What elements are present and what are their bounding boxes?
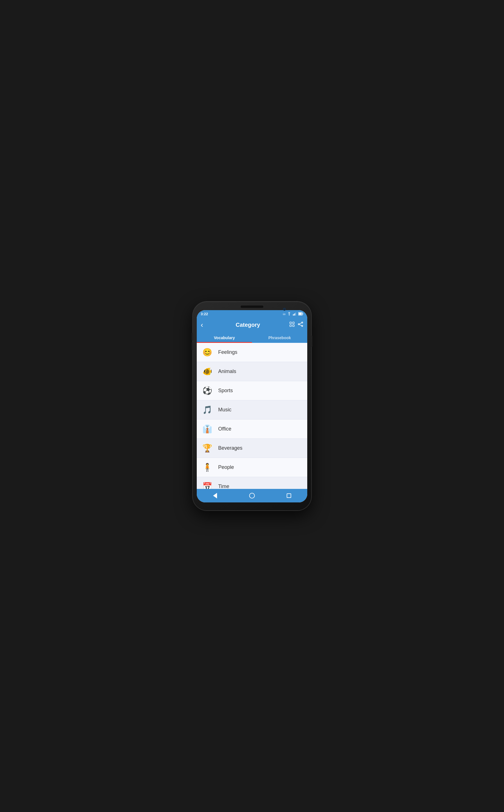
status-icons: 🗂	[283, 312, 303, 316]
list-item-feelings[interactable]: 😊Feelings	[197, 343, 307, 362]
time-label: Time	[218, 484, 229, 489]
office-icon: 👔	[201, 423, 213, 435]
tabs-bar: Vocabulary Phrasebook	[197, 332, 307, 343]
tab-phrasebook[interactable]: Phrasebook	[252, 332, 307, 343]
svg-point-11	[302, 322, 303, 323]
animals-label: Animals	[218, 369, 236, 374]
time-icon: 📅	[201, 481, 213, 489]
music-icon: 🎵	[201, 404, 213, 416]
animals-icon: 🐠	[201, 366, 213, 378]
people-icon: 🧍	[201, 462, 213, 473]
sim-icon: 🗂	[283, 312, 286, 315]
beverages-label: Beverages	[218, 445, 242, 451]
back-button[interactable]: ‹	[201, 321, 203, 329]
list-item-sports[interactable]: ⚽Sports	[197, 381, 307, 400]
svg-rect-3	[295, 313, 296, 315]
feelings-label: Feelings	[218, 349, 237, 355]
signal-icon	[293, 312, 297, 316]
office-label: Office	[218, 426, 231, 432]
power-button	[311, 336, 312, 347]
people-label: People	[218, 464, 234, 470]
speaker	[241, 306, 263, 308]
list-item-beverages[interactable]: 🏆Beverages	[197, 439, 307, 458]
toolbar: ‹ Category	[197, 318, 307, 332]
tab-vocabulary[interactable]: Vocabulary	[197, 332, 252, 343]
beverages-icon: 🏆	[201, 442, 213, 454]
share-icon[interactable]	[298, 321, 303, 328]
list-item-music[interactable]: 🎵Music	[197, 400, 307, 420]
wifi-icon	[287, 312, 291, 316]
page-title: Category	[207, 322, 289, 328]
svg-rect-5	[303, 313, 303, 314]
svg-rect-2	[294, 314, 295, 315]
sports-icon: ⚽	[201, 385, 213, 397]
navigation-bar	[197, 489, 307, 502]
svg-line-15	[299, 325, 302, 326]
category-list: 😊Feelings🐠Animals⚽Sports🎵Music👔Office🏆Be…	[197, 343, 307, 489]
list-item-people[interactable]: 🧍People	[197, 458, 307, 477]
svg-rect-6	[299, 313, 302, 315]
svg-point-12	[298, 324, 299, 325]
svg-line-14	[299, 323, 302, 324]
list-item-office[interactable]: 👔Office	[197, 420, 307, 439]
nav-recent-button[interactable]	[285, 492, 293, 500]
nav-back-button[interactable]	[211, 492, 219, 500]
volume-buttons	[192, 333, 193, 350]
list-item-animals[interactable]: 🐠Animals	[197, 362, 307, 381]
svg-rect-9	[290, 325, 291, 326]
status-bar: 3:22 🗂	[197, 310, 307, 318]
battery-icon	[298, 312, 303, 316]
list-item-time[interactable]: 📅Time	[197, 477, 307, 489]
nav-home-button[interactable]	[248, 492, 256, 500]
feelings-icon: 😊	[201, 347, 213, 358]
svg-rect-10	[293, 325, 294, 326]
sports-label: Sports	[218, 388, 233, 394]
phone-frame: 3:22 🗂	[193, 302, 311, 510]
camera	[283, 308, 286, 311]
music-label: Music	[218, 407, 231, 413]
status-time: 3:22	[201, 312, 208, 316]
toolbar-actions	[289, 321, 303, 328]
svg-rect-8	[293, 322, 294, 324]
svg-rect-7	[290, 322, 291, 324]
svg-point-13	[302, 325, 303, 326]
svg-point-0	[289, 315, 289, 315]
grid-icon[interactable]	[289, 321, 295, 328]
svg-rect-1	[293, 314, 294, 315]
phone-screen: 3:22 🗂	[197, 310, 307, 502]
